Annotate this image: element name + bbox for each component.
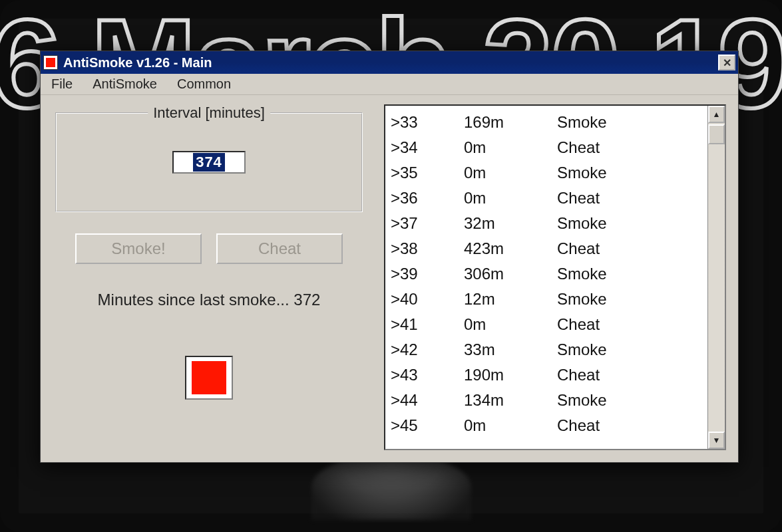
scroll-thumb[interactable] [708,124,725,144]
log-time: 134m [464,388,557,413]
scrollbar[interactable]: ▲ ▼ [707,106,725,449]
log-action: Smoke [557,287,702,312]
log-action: Smoke [557,337,702,362]
log-index: >39 [391,261,464,287]
log-time: 0m [464,135,557,160]
log-index: >44 [391,388,464,413]
log-index: >35 [391,160,464,186]
list-item[interactable]: >4233mSmoke [391,337,702,362]
list-item[interactable]: >43190mCheat [391,362,702,388]
app-window: AntiSmoke v1.26 - Main ✕ File AntiSmoke … [40,51,739,463]
log-index: >38 [391,236,464,261]
button-row: Smoke! Cheat [53,233,365,264]
log-time: 0m [464,186,557,211]
log-index: >43 [391,362,464,388]
log-time: 190m [464,362,557,388]
log-time: 32m [464,211,557,236]
list-item[interactable]: >360mCheat [391,186,702,211]
interval-value: 374 [193,153,225,172]
scroll-up-button[interactable]: ▲ [708,106,725,123]
list-item[interactable]: >38423mCheat [391,236,702,261]
menu-antismoke[interactable]: AntiSmoke [86,74,164,94]
interval-input[interactable]: 374 [172,151,246,174]
log-time: 423m [464,236,557,261]
list-item[interactable]: >450mCheat [391,413,702,438]
scroll-track[interactable] [708,123,725,432]
scroll-down-button[interactable]: ▼ [708,432,725,449]
log-action: Cheat [557,186,702,211]
log-action: Smoke [557,261,702,287]
wallpaper-curve [311,454,471,520]
log-rows: >33169mSmoke>340mCheat>350mSmoke>360mChe… [385,106,707,449]
log-action: Smoke [557,388,702,413]
log-time: 169m [464,110,557,135]
list-item[interactable]: >33169mSmoke [391,110,702,135]
close-icon: ✕ [723,57,731,69]
smoke-button[interactable]: Smoke! [75,233,202,264]
list-item[interactable]: >4012mSmoke [391,287,702,312]
log-index: >36 [391,186,464,211]
log-time: 12m [464,287,557,312]
log-index: >34 [391,135,464,160]
status-indicator [185,356,233,400]
log-index: >45 [391,413,464,438]
log-index: >42 [391,337,464,362]
log-action: Cheat [557,362,702,388]
status-prefix: Minutes since last smoke... [98,291,294,309]
status-value: 372 [293,291,320,309]
log-time: 33m [464,337,557,362]
left-pane: Interval [minutes] 374 Smoke! Cheat Minu… [53,104,365,450]
log-listbox[interactable]: >33169mSmoke>340mCheat>350mSmoke>360mChe… [384,104,726,450]
log-time: 306m [464,261,557,287]
log-action: Cheat [557,413,702,438]
titlebar[interactable]: AntiSmoke v1.26 - Main ✕ [41,51,738,74]
client-area: Interval [minutes] 374 Smoke! Cheat Minu… [41,95,738,462]
log-action: Cheat [557,236,702,261]
list-item[interactable]: >3732mSmoke [391,211,702,236]
list-item[interactable]: >39306mSmoke [391,261,702,287]
log-action: Smoke [557,211,702,236]
status-line: Minutes since last smoke... 372 [53,291,365,309]
log-index: >37 [391,211,464,236]
close-button[interactable]: ✕ [718,55,735,70]
log-index: >33 [391,110,464,135]
window-title: AntiSmoke v1.26 - Main [63,55,718,70]
log-index: >40 [391,287,464,312]
app-icon [43,55,58,70]
list-item[interactable]: >410mCheat [391,312,702,337]
red-square-icon [192,361,226,394]
log-action: Smoke [557,160,702,186]
log-time: 0m [464,312,557,337]
menu-file[interactable]: File [45,74,79,94]
log-action: Smoke [557,110,702,135]
list-item[interactable]: >350mSmoke [391,160,702,186]
interval-group-label: Interval [minutes] [148,104,270,122]
arrow-up-icon: ▲ [713,110,721,119]
log-action: Cheat [557,312,702,337]
log-action: Cheat [557,135,702,160]
list-item[interactable]: >44134mSmoke [391,388,702,413]
list-item[interactable]: >340mCheat [391,135,702,160]
log-time: 0m [464,160,557,186]
cheat-button[interactable]: Cheat [216,233,343,264]
interval-group: Interval [minutes] 374 [55,112,363,212]
arrow-down-icon: ▼ [713,436,721,445]
log-time: 0m [464,413,557,438]
menubar: File AntiSmoke Common [41,74,738,95]
menu-common[interactable]: Common [170,74,238,94]
log-index: >41 [391,312,464,337]
